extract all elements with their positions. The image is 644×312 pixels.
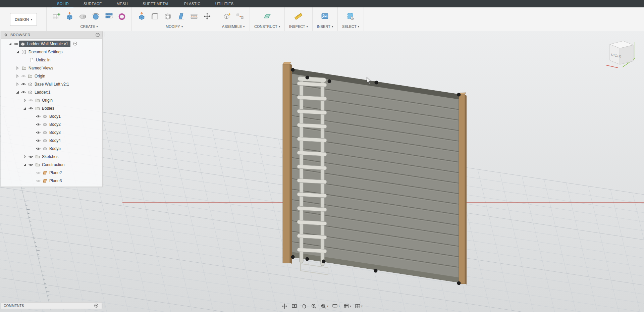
comments-bar[interactable]: COMMENTS xyxy=(1,302,102,309)
create-sketch-button[interactable] xyxy=(51,11,62,21)
fillet-button[interactable] xyxy=(149,11,160,21)
toolbar-menu-insert[interactable]: INSERT▾ xyxy=(317,24,333,31)
tree-row-body4[interactable]: Body4 xyxy=(1,137,102,145)
eye-icon[interactable] xyxy=(20,90,26,95)
eye-icon[interactable] xyxy=(35,146,41,151)
expander-open-icon[interactable] xyxy=(7,41,13,47)
move-copy-button[interactable] xyxy=(202,11,212,21)
tree-item[interactable]: Construction xyxy=(34,161,67,168)
tab-utilities[interactable]: UTILITIES xyxy=(208,0,241,7)
tree-item[interactable]: Base Wall Left v2:1 xyxy=(26,81,71,88)
tab-surface[interactable]: SURFACE xyxy=(76,0,109,7)
tree-item[interactable]: Origin xyxy=(26,73,48,80)
eye-icon[interactable] xyxy=(20,82,26,87)
expander-closed-icon[interactable] xyxy=(14,73,20,79)
comments-add-icon[interactable] xyxy=(94,303,99,308)
orbit-button[interactable] xyxy=(281,303,288,310)
toolbar-menu-inspect[interactable]: INSPECT▾ xyxy=(289,24,308,31)
tree-row-construction[interactable]: Construction xyxy=(1,161,102,169)
toolbar-menu-modify[interactable]: MODIFY▾ xyxy=(136,24,212,31)
tab-mesh[interactable]: MESH xyxy=(109,0,135,7)
toolbar-menu-create[interactable]: CREATE▾ xyxy=(51,24,127,31)
draft-button[interactable] xyxy=(175,11,186,21)
browser-panel-grip[interactable] xyxy=(103,32,105,37)
tree-row-named-views[interactable]: Named Views xyxy=(1,64,102,72)
tree-item[interactable]: Named Views xyxy=(20,65,56,71)
eye-off-icon[interactable] xyxy=(35,178,41,184)
revolve-button[interactable] xyxy=(77,11,88,21)
measure-button[interactable] xyxy=(293,11,304,21)
eye-icon[interactable] xyxy=(28,154,34,159)
collapse-panel-icon[interactable] xyxy=(3,32,8,38)
tree-row-document-settings[interactable]: Document Settings xyxy=(1,48,102,56)
tree-item[interactable]: Document Settings xyxy=(20,49,65,55)
tree-row-ladder-1[interactable]: Ladder:1 xyxy=(1,88,102,96)
select-box-button[interactable] xyxy=(345,11,356,21)
tree-item[interactable]: Ladder:1 xyxy=(26,89,53,96)
grid-snap-button[interactable]: ▾ xyxy=(342,303,352,310)
tab-solid[interactable]: SOLID xyxy=(50,0,76,7)
comments-bar-grip[interactable] xyxy=(103,304,105,308)
design-menu-button[interactable]: DESIGN ▾ xyxy=(10,13,37,26)
view-cube[interactable]: RIGHT xyxy=(602,38,637,70)
tree-row-ladder-wall-module-v1[interactable]: Ladder Wall Module v1 xyxy=(1,40,102,48)
new-component-button[interactable] xyxy=(221,11,232,21)
expander-open-icon[interactable] xyxy=(22,162,28,167)
split-body-button[interactable] xyxy=(189,11,199,21)
eye-icon[interactable] xyxy=(13,41,19,47)
tree-row-units-in[interactable]: Units: in xyxy=(1,56,102,64)
joint-button[interactable] xyxy=(234,11,245,21)
expander-closed-icon[interactable] xyxy=(22,98,28,103)
eye-icon[interactable] xyxy=(35,138,41,143)
expander-open-icon[interactable] xyxy=(22,106,28,111)
insert-canvas-button[interactable] xyxy=(320,11,330,21)
toolbar-menu-assemble[interactable]: ASSEMBLE▾ xyxy=(221,24,245,31)
tree-item[interactable]: Body4 xyxy=(41,137,63,144)
toolbar-menu-select[interactable]: SELECT▾ xyxy=(342,24,359,31)
tree-item[interactable]: Units: in xyxy=(28,57,53,63)
shell-button[interactable] xyxy=(162,11,173,21)
fit-button[interactable]: ▾ xyxy=(320,303,329,310)
sweep-button[interactable] xyxy=(90,11,101,21)
expander-closed-icon[interactable] xyxy=(14,82,20,87)
eye-icon[interactable] xyxy=(28,162,34,167)
press-pull-button[interactable] xyxy=(136,11,147,21)
tree-row-plane3[interactable]: Plane3 xyxy=(1,177,102,185)
tree-row-body1[interactable]: Body1 xyxy=(1,112,102,120)
tree-item[interactable]: Body1 xyxy=(41,113,63,120)
pan-button[interactable] xyxy=(300,303,308,310)
tree-item[interactable]: Plane3 xyxy=(41,177,64,184)
tree-row-sketches[interactable]: Sketches xyxy=(1,153,102,161)
construction-plane-button[interactable] xyxy=(262,11,273,21)
tree-row-origin[interactable]: Origin xyxy=(1,96,102,104)
zoom-button[interactable] xyxy=(310,303,318,310)
panel-minimize-icon[interactable] xyxy=(95,32,100,38)
look-at-button[interactable] xyxy=(290,303,298,310)
tree-row-body2[interactable]: Body2 xyxy=(1,120,102,128)
expander-closed-icon[interactable] xyxy=(14,65,20,71)
expander-open-icon[interactable] xyxy=(14,90,20,95)
eye-icon[interactable] xyxy=(35,114,41,119)
tab-sheet-metal[interactable]: SHEET METAL xyxy=(135,0,177,7)
activate-radio-icon[interactable] xyxy=(72,41,78,46)
tree-item[interactable]: Body5 xyxy=(41,145,63,152)
tree-item[interactable]: Body3 xyxy=(41,129,63,136)
viewports-button[interactable]: ▾ xyxy=(354,303,363,310)
tree-row-body3[interactable]: Body3 xyxy=(1,128,102,137)
tab-plastic[interactable]: PLASTIC xyxy=(177,0,208,7)
tree-row-origin[interactable]: Origin xyxy=(1,72,102,80)
tree-item[interactable]: Ladder Wall Module v1 xyxy=(19,41,70,47)
eye-icon[interactable] xyxy=(28,106,34,111)
eye-off-icon[interactable] xyxy=(20,73,26,79)
tree-row-base-wall-left-v2-1[interactable]: Base Wall Left v2:1 xyxy=(1,80,102,88)
eye-icon[interactable] xyxy=(35,122,41,127)
toolbar-menu-construct[interactable]: CONSTRUCT▾ xyxy=(254,24,280,31)
eye-off-icon[interactable] xyxy=(35,170,41,175)
eye-icon[interactable] xyxy=(35,130,41,135)
display-settings-button[interactable]: ▾ xyxy=(331,303,340,310)
expander-open-icon[interactable] xyxy=(14,49,20,55)
tree-item[interactable]: Origin xyxy=(34,97,55,104)
tree-item[interactable]: Sketches xyxy=(34,153,61,160)
tree-row-bodies[interactable]: Bodies xyxy=(1,104,102,112)
tree-item[interactable]: Bodies xyxy=(34,105,57,112)
